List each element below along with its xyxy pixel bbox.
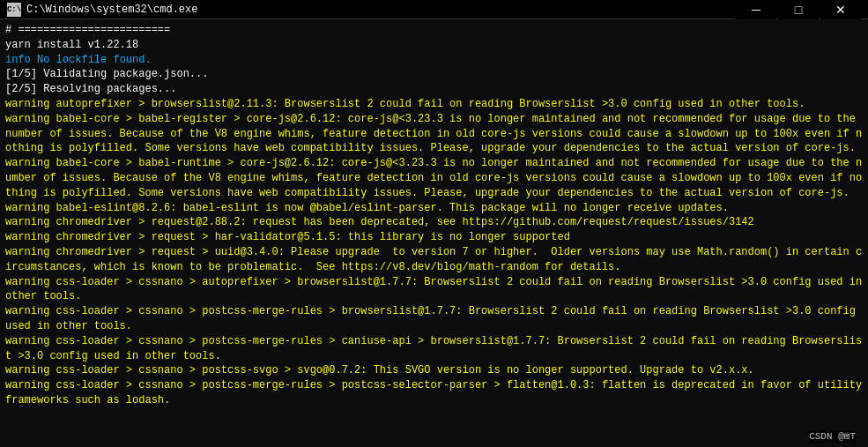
terminal-line: warning autoprefixer > browserslist@2.11…	[5, 97, 863, 112]
terminal-line: warning chromedriver > request > har-val…	[5, 230, 863, 245]
terminal-line: yarn install v1.22.18	[5, 38, 863, 53]
titlebar-title: C:\Windows\system32\cmd.exe	[26, 4, 736, 16]
terminal-line: # ========================	[5, 23, 863, 38]
terminal-line: warning css-loader > cssnano > postcss-m…	[5, 378, 863, 408]
terminal-line: warning css-loader > cssnano > postcss-s…	[5, 363, 863, 378]
minimize-button[interactable]: ─	[736, 0, 776, 19]
terminal-line: warning babel-core > babel-runtime > cor…	[5, 156, 863, 200]
terminal-content: # ======================== yarn install …	[0, 19, 868, 447]
terminal-window: C:\ C:\Windows\system32\cmd.exe ─ □ ✕ # …	[0, 0, 868, 447]
terminal-line: warning css-loader > cssnano > postcss-m…	[5, 334, 863, 364]
maximize-button[interactable]: □	[778, 0, 819, 19]
terminal-line: info No lockfile found.	[5, 53, 863, 68]
terminal-line: warning chromedriver > request > uuid@3.…	[5, 245, 863, 275]
terminal-line: [1/5] Validating package.json...	[5, 67, 863, 82]
titlebar-buttons: ─ □ ✕	[736, 0, 861, 19]
titlebar-icon: C:\	[7, 3, 21, 17]
terminal-line: [2/5] Resolving packages...	[5, 82, 863, 97]
terminal-line: warning babel-eslint@8.2.6: babel-eslint…	[5, 201, 863, 216]
terminal-line: warning css-loader > cssnano > postcss-m…	[5, 304, 863, 334]
watermark: CSDN @⊞T	[809, 430, 856, 443]
terminal-line: warning babel-core > babel-register > co…	[5, 112, 863, 156]
terminal-line: warning css-loader > cssnano > autoprefi…	[5, 275, 863, 305]
close-button[interactable]: ✕	[820, 0, 861, 19]
titlebar: C:\ C:\Windows\system32\cmd.exe ─ □ ✕	[0, 0, 868, 19]
terminal-line: warning chromedriver > request@2.88.2: r…	[5, 215, 863, 230]
